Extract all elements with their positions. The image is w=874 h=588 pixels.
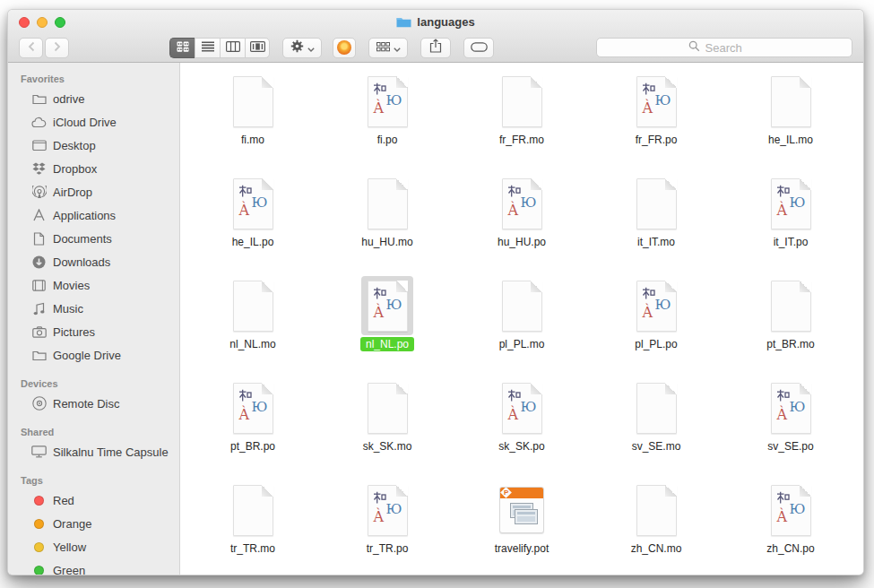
file-label[interactable]: hu_HU.po [492, 235, 551, 249]
file-label[interactable]: travelify.pot [489, 541, 554, 556]
file-label[interactable]: sv_SE.mo [627, 439, 687, 454]
file-icon-wrap[interactable] [630, 378, 682, 437]
file-icon-wrap[interactable] [496, 72, 548, 131]
file-zh_CN.po[interactable]: Ю À zh_CN.po [723, 480, 858, 575]
file-icon-wrap[interactable]: Ю À [630, 276, 682, 335]
sidebar-item-airdrop[interactable]: AirDrop [8, 180, 179, 203]
file-icon-wrap[interactable] [496, 276, 548, 335]
file-label[interactable]: fr_FR.po [630, 133, 683, 147]
sidebar-item-pictures[interactable]: Pictures [8, 320, 179, 343]
file-label[interactable]: nl_NL.po [360, 337, 414, 351]
file-pt_BR.po[interactable]: Ю À pt_BR.po [186, 378, 320, 480]
file-label[interactable]: tr_TR.mo [225, 541, 281, 556]
sidebar-item-desktop[interactable]: Desktop [8, 134, 179, 157]
arrange-menu-button[interactable] [368, 38, 408, 58]
file-icon-wrap[interactable]: Ю À [227, 378, 279, 437]
sidebar-item-dropbox[interactable]: Dropbox [8, 157, 179, 180]
sidebar-item-movies[interactable]: Movies [8, 273, 179, 297]
file-he_IL.po[interactable]: Ю À he_IL.po [186, 174, 320, 276]
file-fi.mo[interactable]: fi.mo [186, 72, 320, 174]
search-input[interactable] [704, 40, 761, 56]
action-menu-button[interactable] [282, 38, 322, 58]
file-icon-wrap[interactable] [765, 72, 817, 131]
file-sv_SE.po[interactable]: Ю À sv_SE.po [723, 378, 858, 480]
file-fi.po[interactable]: Ю À fi.po [320, 72, 454, 174]
file-label[interactable]: pt_BR.mo [761, 337, 819, 351]
file-icon-wrap[interactable]: Ю À [361, 276, 413, 335]
file-travelify.pot[interactable]: P travelify.pot [454, 480, 589, 575]
file-label[interactable]: fi.mo [236, 133, 270, 147]
file-label[interactable]: hu_HU.mo [356, 235, 418, 249]
file-label[interactable]: it_IT.mo [632, 235, 680, 249]
file-label[interactable]: sv_SE.po [762, 439, 818, 454]
file-icon-wrap[interactable]: Ю À [361, 72, 413, 131]
file-zh_CN.mo[interactable]: zh_CN.mo [589, 480, 723, 575]
file-label[interactable]: it_IT.po [768, 235, 814, 249]
share-button[interactable] [420, 38, 451, 58]
file-icon-wrap[interactable]: P [496, 480, 548, 540]
file-icon-wrap[interactable] [227, 480, 279, 540]
file-icon-wrap[interactable]: Ю À [496, 174, 548, 233]
file-icon-wrap[interactable] [361, 174, 413, 233]
sidebar-item-yellow[interactable]: Yellow [8, 535, 179, 558]
file-icon-wrap[interactable] [630, 480, 682, 540]
titlebar[interactable]: languages [8, 10, 863, 33]
sidebar-item-google-drive[interactable]: Google Drive [8, 343, 179, 367]
file-pl_PL.po[interactable]: Ю À pl_PL.po [589, 276, 723, 378]
file-icon-wrap[interactable]: Ю À [361, 480, 413, 540]
search-field[interactable] [596, 38, 852, 57]
file-icon-wrap[interactable]: Ю À [227, 174, 279, 233]
file-label[interactable]: tr_TR.po [361, 541, 414, 556]
file-label[interactable]: fr_FR.mo [494, 133, 549, 147]
forward-button[interactable] [45, 38, 69, 58]
column-view-button[interactable] [220, 38, 245, 58]
file-pl_PL.mo[interactable]: pl_PL.mo [454, 276, 589, 378]
file-tr_TR.po[interactable]: Ю À tr_TR.po [320, 480, 454, 575]
sidebar-item-music[interactable]: Music [8, 297, 179, 320]
sidebar-item-odrive[interactable]: odrive [8, 87, 179, 110]
file-he_IL.mo[interactable]: he_IL.mo [723, 72, 858, 174]
file-sk_SK.mo[interactable]: sk_SK.mo [320, 378, 454, 480]
list-view-button[interactable] [195, 38, 220, 58]
sidebar-item-remote-disc[interactable]: Remote Disc [8, 392, 179, 415]
file-icon-wrap[interactable] [361, 378, 413, 437]
file-label[interactable]: sk_SK.mo [358, 439, 418, 454]
file-icon-wrap[interactable] [630, 174, 682, 233]
file-icon-wrap[interactable]: Ю À [765, 378, 817, 437]
file-label[interactable]: he_IL.po [227, 235, 280, 249]
file-it_IT.po[interactable]: Ю À it_IT.po [723, 174, 858, 276]
file-sk_SK.po[interactable]: Ю À sk_SK.po [454, 378, 589, 480]
sidebar-item-applications[interactable]: Applications [8, 203, 179, 227]
file-fr_FR.mo[interactable]: fr_FR.mo [454, 72, 589, 174]
file-label[interactable]: pl_PL.po [629, 337, 682, 351]
file-label[interactable]: sk_SK.po [493, 439, 549, 454]
file-hu_HU.mo[interactable]: hu_HU.mo [320, 174, 454, 276]
file-hu_HU.po[interactable]: Ю À hu_HU.po [454, 174, 589, 276]
sidebar-item-orange[interactable]: Orange [8, 512, 179, 535]
file-label[interactable]: zh_CN.po [761, 541, 819, 556]
odrive-toolbar-button[interactable] [333, 38, 356, 58]
file-icon-wrap[interactable]: Ю À [765, 480, 817, 540]
file-icon-wrap[interactable] [227, 276, 279, 335]
back-button[interactable] [19, 38, 43, 58]
file-label[interactable]: zh_CN.mo [626, 541, 688, 556]
file-label[interactable]: pl_PL.mo [494, 337, 550, 351]
sidebar-item-icloud-drive[interactable]: iCloud Drive [8, 110, 179, 134]
coverflow-view-button[interactable] [245, 38, 270, 58]
file-icon-wrap[interactable]: Ю À [765, 174, 817, 233]
file-label[interactable]: he_IL.mo [763, 133, 818, 147]
sidebar-item-downloads[interactable]: Downloads [8, 250, 179, 273]
sidebar-item-silkalnu-time-capsule[interactable]: Silkalnu Time Capsule [8, 440, 179, 463]
file-label[interactable]: fi.po [372, 133, 403, 147]
file-nl_NL.po[interactable]: Ю À nl_NL.po [320, 276, 454, 378]
file-pt_BR.mo[interactable]: pt_BR.mo [723, 276, 858, 378]
file-sv_SE.mo[interactable]: sv_SE.mo [589, 378, 723, 480]
tags-button[interactable] [463, 38, 494, 58]
file-tr_TR.mo[interactable]: tr_TR.mo [186, 480, 320, 575]
file-icon-wrap[interactable] [227, 72, 279, 131]
file-icon-wrap[interactable]: Ю À [496, 378, 548, 437]
file-icon-wrap[interactable]: Ю À [630, 72, 682, 131]
file-it_IT.mo[interactable]: it_IT.mo [589, 174, 723, 276]
icon-view-button[interactable] [169, 38, 195, 58]
file-label[interactable]: pt_BR.po [225, 439, 281, 454]
